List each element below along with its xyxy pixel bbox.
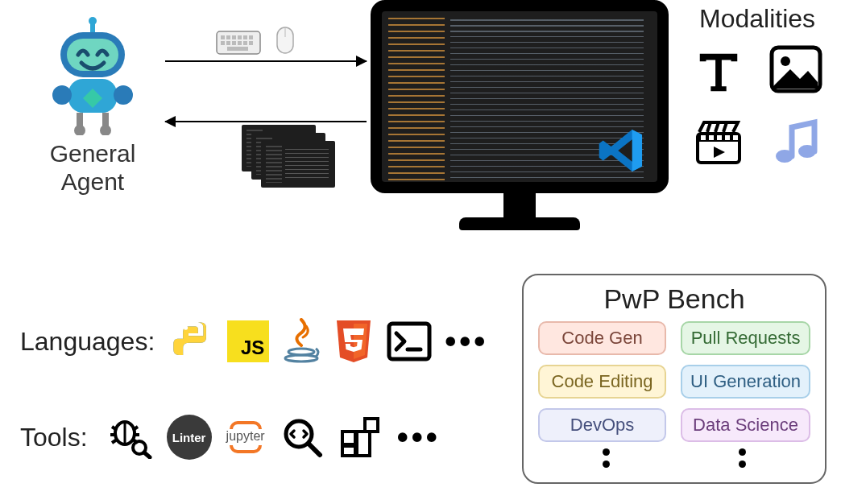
svg-rect-1	[90, 23, 95, 32]
svg-rect-62	[342, 446, 355, 456]
screenshot-stack-icon	[242, 125, 338, 189]
robot-icon	[44, 14, 141, 135]
keyboard-icon	[216, 31, 261, 55]
svg-rect-63	[357, 432, 370, 456]
svg-rect-21	[232, 41, 236, 45]
languages-row: Languages: JS	[20, 318, 488, 365]
chip-devops: DevOps	[538, 408, 666, 442]
svg-rect-34	[717, 135, 722, 140]
svg-rect-47	[389, 324, 429, 359]
javascript-icon: JS	[227, 320, 269, 362]
peripherals	[216, 26, 295, 55]
svg-rect-23	[243, 41, 247, 45]
svg-rect-16	[238, 35, 242, 39]
svg-marker-37	[714, 147, 725, 158]
svg-rect-35	[725, 135, 730, 140]
svg-point-7	[114, 85, 133, 105]
svg-rect-18	[249, 35, 253, 39]
svg-line-60	[309, 444, 320, 455]
svg-rect-22	[238, 41, 242, 45]
svg-rect-13	[221, 35, 225, 39]
html5-icon	[334, 319, 374, 364]
computer-monitor	[371, 0, 669, 230]
svg-point-11	[100, 125, 111, 135]
screenshot-thumb	[261, 141, 335, 188]
svg-rect-24	[249, 41, 253, 45]
video-icon	[690, 113, 748, 171]
diagram-canvas: General Agent	[0, 0, 841, 504]
svg-rect-19	[221, 41, 225, 45]
pwp-bench-box: PwP Bench Code Gen Pull Requests Code Ed…	[522, 274, 826, 484]
ellipsis-icon: •••	[445, 333, 488, 349]
chip-ui-generation: UI Generation	[681, 365, 810, 399]
code-search-icon	[280, 415, 325, 460]
monitor-base	[459, 217, 580, 230]
vertical-ellipsis-icon	[603, 448, 610, 468]
bench-grid: Code Gen Pull Requests Code Editing UI G…	[538, 321, 810, 442]
vscode-icon	[596, 126, 646, 176]
arrow-agent-to-computer	[165, 60, 367, 62]
terminal-icon	[387, 321, 432, 361]
svg-point-10	[74, 125, 85, 135]
extensions-icon	[339, 415, 383, 459]
jupyter-label: jupyter	[226, 429, 265, 444]
svg-rect-61	[342, 432, 355, 444]
svg-rect-14	[226, 35, 230, 39]
monitor-stand	[503, 193, 536, 217]
agent-label: General Agent	[44, 140, 141, 196]
tools-row: Tools: Linter jupyter	[20, 415, 441, 460]
chip-data-science: Data Science	[681, 408, 810, 442]
svg-point-43	[184, 326, 188, 330]
languages-label: Languages:	[20, 327, 155, 357]
svg-rect-32	[701, 135, 706, 140]
mouse-icon	[276, 26, 295, 55]
svg-rect-17	[243, 35, 247, 39]
audio-icon	[767, 113, 825, 171]
arrow-computer-to-agent	[165, 121, 367, 122]
monitor-screen	[371, 0, 669, 193]
bench-title: PwP Bench	[538, 283, 810, 315]
svg-point-29	[781, 56, 790, 66]
modalities-block: Modalities	[690, 4, 825, 171]
svg-rect-15	[232, 35, 236, 39]
svg-rect-20	[226, 41, 230, 45]
editor-sidebar	[388, 18, 445, 187]
python-icon	[171, 320, 214, 363]
bench-ellipsis-row	[538, 448, 810, 468]
svg-point-44	[197, 353, 201, 357]
chip-code-editing: Code Editing	[538, 365, 666, 399]
svg-rect-64	[365, 419, 378, 432]
svg-line-58	[144, 452, 150, 457]
svg-point-46	[285, 355, 317, 361]
svg-rect-33	[709, 135, 714, 140]
debugger-icon	[106, 415, 152, 459]
linter-icon: Linter	[167, 415, 212, 460]
java-icon	[282, 318, 321, 365]
chip-code-gen: Code Gen	[538, 321, 666, 355]
modalities-title: Modalities	[690, 4, 825, 34]
text-icon	[690, 40, 748, 98]
vertical-ellipsis-icon	[739, 448, 746, 468]
tools-label: Tools:	[20, 423, 88, 452]
svg-point-6	[52, 85, 72, 105]
agent-label-line2: Agent	[44, 168, 141, 196]
svg-line-55	[112, 440, 117, 443]
svg-rect-3	[67, 39, 118, 71]
chip-pull-requests: Pull Requests	[681, 321, 810, 355]
image-icon	[767, 40, 825, 98]
general-agent-block: General Agent	[44, 14, 141, 196]
ellipsis-icon: •••	[397, 429, 441, 445]
jupyter-icon: jupyter	[226, 421, 265, 453]
svg-rect-36	[733, 135, 738, 140]
svg-rect-25	[227, 47, 248, 51]
agent-label-line1: General	[44, 140, 141, 168]
